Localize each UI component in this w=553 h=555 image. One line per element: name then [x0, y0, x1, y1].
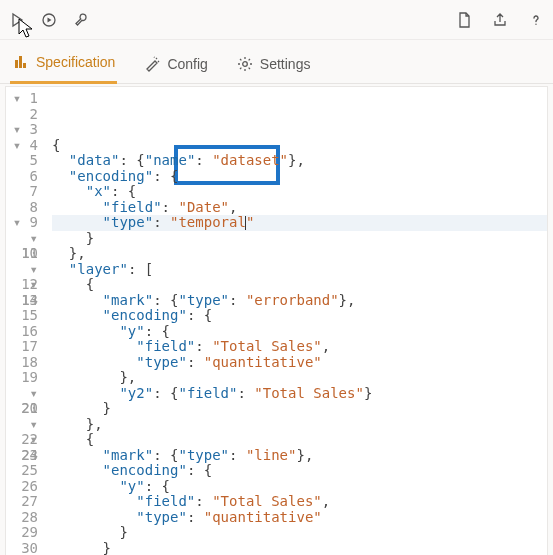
line-number: 15 — [6, 308, 38, 324]
code-line[interactable]: }, — [52, 246, 547, 262]
tab-label: Specification — [36, 54, 115, 70]
code-line[interactable]: } — [52, 525, 547, 541]
code-line[interactable]: "mark": {"type": "line"}, — [52, 448, 547, 464]
code-line[interactable]: "type": "quantitative" — [52, 355, 547, 371]
code-line[interactable]: "y2": {"field": "Total Sales"} — [52, 386, 547, 402]
code-line[interactable]: } — [52, 231, 547, 247]
line-gutter: ▾ 12▾ 3▾ 45678▾ 9▾ 1011▾ 12▾ 13141516171… — [6, 87, 48, 555]
line-number: 7 — [6, 184, 38, 200]
code-line[interactable]: }, — [52, 417, 547, 433]
fold-icon[interactable]: ▾ — [30, 416, 38, 432]
svg-point-1 — [243, 62, 248, 67]
line-number: ▾ 9 — [6, 215, 38, 231]
line-number: 18 — [6, 355, 38, 371]
wrench-icon[interactable] — [72, 11, 90, 29]
line-number: ▾ 3 — [6, 122, 38, 138]
line-number: 29 — [6, 525, 38, 541]
fold-icon[interactable]: ▾ — [30, 261, 38, 277]
text-caret — [245, 216, 246, 230]
line-number: ▾ 20 — [6, 386, 38, 402]
code-line[interactable]: }, — [52, 370, 547, 386]
code-line[interactable]: } — [52, 541, 547, 556]
tab-label: Config — [167, 56, 207, 72]
code-line[interactable]: "field": "Total Sales", — [52, 494, 547, 510]
line-number: 11 — [6, 246, 38, 262]
share-icon[interactable] — [491, 11, 509, 29]
code-line[interactable]: { — [52, 432, 547, 448]
code-line[interactable]: { — [52, 277, 547, 293]
line-number: 27 — [6, 494, 38, 510]
fold-icon[interactable]: ▾ — [30, 431, 38, 447]
line-number: ▾ 10 — [6, 231, 38, 247]
fold-icon[interactable]: ▾ — [30, 276, 38, 292]
code-line[interactable]: "x": { — [52, 184, 547, 200]
code-line[interactable]: "encoding": { — [52, 308, 547, 324]
line-number: 24 — [6, 448, 38, 464]
code-line[interactable]: "encoding": { — [52, 463, 547, 479]
code-line[interactable]: "field": "Total Sales", — [52, 339, 547, 355]
code-line[interactable]: "data": {"name": "dataset"}, — [52, 153, 547, 169]
line-number: 26 — [6, 479, 38, 495]
line-number: 16 — [6, 324, 38, 340]
line-number: 8 — [6, 200, 38, 216]
gear-icon — [236, 55, 254, 73]
tab-config[interactable]: Config — [141, 45, 209, 83]
code-line[interactable]: "y": { — [52, 324, 547, 340]
line-number: ▾ 12 — [6, 262, 38, 278]
new-file-icon[interactable] — [455, 11, 473, 29]
line-number: ▾ 1 — [6, 91, 38, 107]
code-line[interactable]: "y": { — [52, 479, 547, 495]
code-line[interactable]: } — [52, 401, 547, 417]
code-line[interactable]: "field": "Date", — [52, 200, 547, 216]
tab-label: Settings — [260, 56, 311, 72]
line-number: 21 — [6, 401, 38, 417]
fold-icon[interactable]: ▾ — [13, 121, 21, 137]
line-number: 25 — [6, 463, 38, 479]
code-line[interactable]: { — [52, 138, 547, 154]
play-icon[interactable] — [8, 11, 26, 29]
code-editor[interactable]: ▾ 12▾ 3▾ 45678▾ 9▾ 1011▾ 12▾ 13141516171… — [5, 86, 548, 555]
line-number: ▾ 22 — [6, 417, 38, 433]
code-line[interactable]: "layer": [ — [52, 262, 547, 278]
line-number: 30 — [6, 541, 38, 556]
tab-specification[interactable]: Specification — [10, 43, 117, 84]
fold-icon[interactable]: ▾ — [30, 230, 38, 246]
line-number: 28 — [6, 510, 38, 526]
code-line[interactable]: "mark": {"type": "errorband"}, — [52, 293, 547, 309]
code-line[interactable]: "type": "quantitative" — [52, 510, 547, 526]
line-number: 2 — [6, 107, 38, 123]
line-number: 6 — [6, 169, 38, 185]
fold-icon[interactable]: ▾ — [13, 137, 21, 153]
tabs: SpecificationConfigSettings — [0, 40, 553, 84]
help-icon[interactable] — [527, 11, 545, 29]
line-number: 17 — [6, 339, 38, 355]
fold-icon[interactable]: ▾ — [13, 214, 21, 230]
code-area[interactable]: { "data": {"name": "dataset"}, "encoding… — [48, 87, 547, 555]
line-number: 14 — [6, 293, 38, 309]
chart-icon — [12, 53, 30, 71]
line-number: 19 — [6, 370, 38, 386]
line-number: 5 — [6, 153, 38, 169]
wand-icon — [143, 55, 161, 73]
fold-icon[interactable]: ▾ — [30, 385, 38, 401]
fold-icon[interactable]: ▾ — [13, 90, 21, 106]
line-number: ▾ 4 — [6, 138, 38, 154]
code-line[interactable]: "type": "temporal" — [52, 215, 547, 231]
code-line[interactable]: "encoding": { — [52, 169, 547, 185]
toolbar — [0, 0, 553, 40]
replay-icon[interactable] — [40, 11, 58, 29]
tab-settings[interactable]: Settings — [234, 45, 313, 83]
